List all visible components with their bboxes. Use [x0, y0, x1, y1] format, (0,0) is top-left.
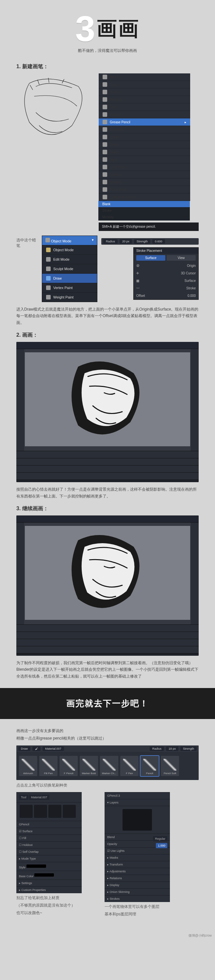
viewport-screenshot-2	[16, 515, 199, 656]
material-panel: Tool Material.007 GPencil ☑ Surface ☐ Fi…	[16, 792, 82, 893]
menu-item: Volume	[99, 111, 190, 118]
brush-preview-selected[interactable]: Pencil	[141, 756, 159, 776]
cap-right-1: 一个画笔物体里可以有多个图层	[104, 904, 170, 910]
menu-item: Curve	[99, 81, 190, 88]
hint-text: Shft+A 新建一个空白的grease pencil.	[99, 223, 199, 231]
section-1-heading: 1. 新建画笔：	[16, 63, 199, 70]
opt-origin: ⦿Origin	[134, 262, 198, 269]
brush-preview[interactable]: Pencil Soft	[161, 756, 179, 776]
brush-caption: 点击左上角可以切换笔刷种类	[16, 783, 199, 788]
hero-number: 3	[75, 13, 95, 45]
opt-3dcursor: ✛3D Cursor	[134, 269, 198, 277]
brush-preview[interactable]: F Pen	[120, 756, 138, 776]
cap-left-3: 也可以改颜色~	[16, 910, 82, 916]
topbar-screenshot: Radius20 px Strength0.600	[101, 238, 199, 245]
viewport-screenshot-1	[16, 342, 199, 482]
lineart-sketch-1	[16, 73, 95, 145]
submenu-item-selected[interactable]: Blank	[98, 201, 190, 207]
section-1-para: 进入Draw模式之后就是魔法开始的地方，把上面的一个小菜单点开，从Origin换…	[16, 306, 199, 326]
stroke-placement-panel: Stroke Placement Surface View ⦿Origin ✛3…	[133, 247, 199, 300]
opt-surface2: ▦Surface	[134, 277, 198, 285]
menu-item: Surface	[99, 88, 190, 96]
brush-preview[interactable]: Airbrush	[19, 756, 37, 776]
section-3-heading: 3. 继续画画：	[16, 505, 199, 512]
menu-item: Mesh	[99, 73, 190, 81]
extra-intro-2: 稍微一点点和grease pencil相关的（这里可以跳过）	[16, 735, 199, 741]
brush-preview[interactable]: Fill Pen	[39, 756, 58, 776]
menu-item-selected[interactable]: Grease Pencil▸	[99, 118, 190, 126]
section-2-para: 按照自己的心情去画就好了！方便一点是在调整背景光源之前画，这样不会被阴影影响。注…	[16, 486, 199, 500]
opt-view[interactable]: View	[167, 255, 196, 261]
brush-preview[interactable]: F Pencil	[59, 756, 78, 776]
mode-dropdown[interactable]: Object Mode ▾ Object Mode Edit Mode Scul…	[42, 235, 97, 302]
opt-stroke: 〰Stroke	[134, 285, 198, 292]
cap-left-2: （不够黑的原因就是没有加这个）	[16, 903, 82, 908]
hero-subtitle: 酷不做的，没得魔法可以帮你画画	[16, 48, 199, 54]
hero-title: 画画	[97, 15, 140, 42]
divider-banner: 画完就去下一步吧！	[0, 688, 215, 719]
add-menu-screenshot: Mesh Curve Surface Metaball Text Volume …	[99, 73, 199, 231]
menu-item: Text	[99, 103, 190, 111]
layers-panel: GPencil.3 ▾ Layers Blend Regular Opacity…	[104, 792, 170, 902]
brush-preview[interactable]: Marker Ch...	[100, 756, 118, 776]
hero: 3 画画	[16, 13, 199, 45]
pick-label: 选中这个蜡笔	[16, 237, 38, 248]
extra-intro-1: 画画这一步没有太多要说的	[16, 727, 199, 734]
menu-item: Metaball	[99, 96, 190, 103]
brush-bar-screenshot: Draw 🖌 Material.007 Radius 18 px Strengt…	[16, 745, 199, 780]
cap-right-2: 基本和ps图层同理	[104, 912, 170, 917]
section-2-heading: 2. 画画：	[16, 332, 199, 339]
section-3-para: 为了制作不同程度的破损，我们画完第一帧后把时间轴调整到第二帧接着画。（注意别仿旧…	[16, 660, 199, 679]
brush-preview[interactable]: Marker Bold	[80, 756, 98, 776]
footer-credit: 微博@小鸥crow	[0, 931, 215, 940]
opt-surface[interactable]: Surface	[136, 255, 165, 261]
mode-draw-selected: Draw	[42, 274, 97, 283]
cap-left-1: 别忘了给笔刷也加上材质	[16, 895, 82, 901]
